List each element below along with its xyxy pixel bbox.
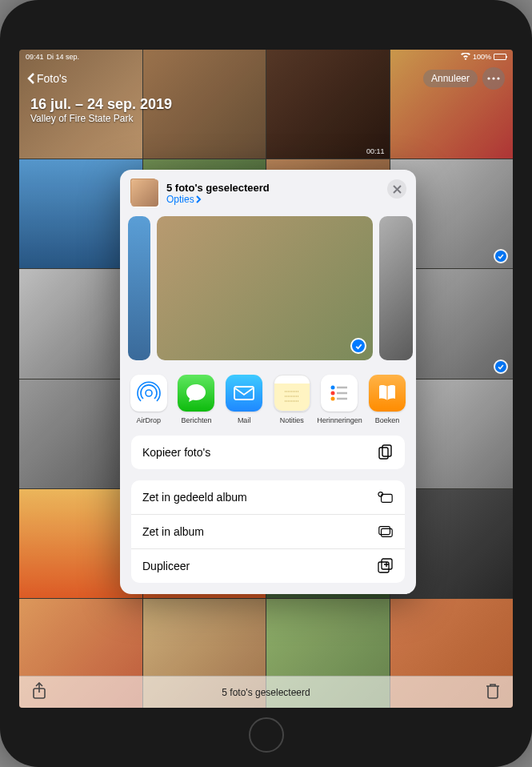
share-app-books[interactable]: Boeken	[366, 375, 409, 424]
messages-icon	[178, 375, 214, 412]
preview-thumbnail[interactable]	[128, 216, 150, 360]
svg-rect-21	[382, 528, 393, 536]
preview-thumbnail[interactable]	[379, 216, 413, 360]
cancel-button[interactable]: Annuleer	[423, 70, 478, 87]
more-button[interactable]	[482, 67, 505, 90]
app-label: Herinneringen	[317, 416, 362, 424]
action-group-albums: Zet in gedeeld album Zet in album Duplic…	[131, 480, 405, 583]
ellipsis-icon	[487, 77, 500, 80]
date-range-title: 16 jul. – 24 sep. 2019	[30, 96, 505, 113]
ipad-frame: 00:11	[0, 0, 532, 767]
airdrop-icon	[130, 375, 167, 412]
svg-point-5	[146, 390, 152, 396]
app-label: Notities	[280, 416, 304, 424]
close-icon	[393, 185, 402, 194]
svg-point-0	[487, 77, 490, 79]
action-group-copy: Kopieer foto's	[131, 436, 405, 469]
album-icon	[378, 524, 394, 540]
app-label: Berichten	[181, 416, 211, 424]
top-nav: Foto's Annuleer 16 jul. – 24 sep. 2019 V…	[19, 62, 513, 129]
battery-icon	[494, 54, 506, 60]
selection-check-icon	[350, 338, 366, 354]
wifi-icon	[461, 53, 470, 62]
chevron-left-icon	[27, 72, 35, 85]
app-label: AirDrop	[137, 416, 162, 424]
back-label: Foto's	[37, 72, 67, 85]
preview-thumbnail[interactable]	[157, 216, 373, 360]
status-time: 09:41	[26, 53, 44, 61]
reminders-icon	[321, 375, 358, 412]
share-sheet-title: 5 foto's geselecteerd	[166, 182, 270, 194]
options-button[interactable]: Opties	[166, 194, 270, 205]
svg-point-1	[492, 77, 494, 79]
share-preview-strip[interactable]	[120, 216, 416, 360]
notes-icon	[274, 375, 310, 412]
screen: 00:11	[19, 50, 513, 708]
shared-album-icon	[378, 489, 394, 505]
share-app-reminders[interactable]: Herinneringen	[318, 375, 361, 424]
share-apps-row[interactable]: AirDrop Berichten Mail	[120, 360, 416, 436]
back-button[interactable]: Foto's	[27, 72, 67, 85]
share-sheet-header: 5 foto's geselecteerd Opties	[120, 170, 416, 216]
svg-point-14	[331, 397, 335, 401]
bottom-toolbar: 5 foto's geselecteerd	[19, 676, 513, 708]
selection-count-label: 5 foto's geselecteerd	[222, 687, 310, 698]
books-icon	[369, 375, 406, 412]
svg-rect-23	[378, 562, 389, 572]
svg-rect-6	[234, 387, 254, 400]
svg-rect-22	[379, 527, 390, 535]
chevron-right-icon	[196, 195, 202, 203]
battery-percent: 100%	[473, 53, 491, 61]
action-copy-photos[interactable]: Kopieer foto's	[131, 436, 405, 469]
close-button[interactable]	[387, 179, 406, 199]
app-label: Mail	[238, 416, 251, 424]
share-app-mail[interactable]: Mail	[222, 375, 266, 424]
copy-icon	[378, 444, 394, 460]
mail-icon	[226, 375, 262, 412]
share-app-notes[interactable]: Notities	[270, 375, 314, 424]
svg-rect-18	[382, 445, 391, 456]
location-subtitle: Valley of Fire State Park	[30, 113, 505, 124]
svg-point-10	[331, 386, 335, 390]
action-shared-album[interactable]: Zet in gedeeld album	[131, 480, 405, 515]
action-duplicate[interactable]: Dupliceer	[131, 549, 405, 583]
delete-button[interactable]	[486, 683, 500, 702]
duplicate-icon	[378, 558, 394, 574]
home-button[interactable]	[249, 717, 284, 753]
svg-point-2	[497, 77, 499, 79]
status-bar: 09:41 Di 14 sep. 100%	[19, 50, 513, 62]
share-sheet: 5 foto's geselecteerd Opties	[120, 170, 416, 594]
share-button[interactable]	[32, 682, 46, 703]
trash-icon	[486, 683, 500, 699]
svg-point-12	[331, 392, 335, 396]
svg-rect-17	[379, 448, 388, 459]
share-icon	[32, 682, 46, 700]
app-label: Boeken	[375, 416, 400, 424]
action-add-to-album[interactable]: Zet in album	[131, 515, 405, 549]
share-app-airdrop[interactable]: AirDrop	[127, 375, 170, 424]
selection-thumbnail	[131, 179, 158, 207]
status-date: Di 14 sep.	[47, 53, 80, 61]
share-app-messages[interactable]: Berichten	[174, 375, 218, 424]
